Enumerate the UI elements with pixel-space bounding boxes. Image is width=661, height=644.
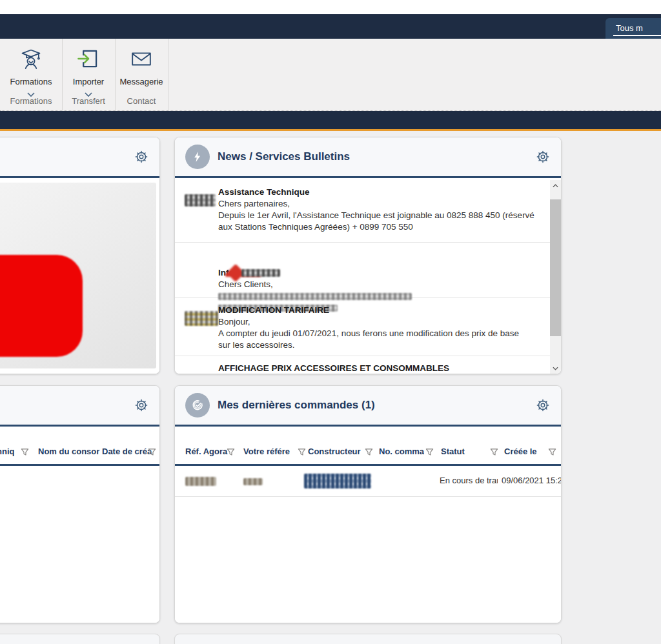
- table-header-row: hniq Nom du consor Date de créa: [0, 443, 159, 462]
- news-thumbnail-redacted: [185, 311, 218, 326]
- sub-navigation-strip: [0, 111, 661, 131]
- column-header-constructeur[interactable]: Constructeur: [308, 447, 361, 456]
- gear-icon[interactable]: [535, 149, 551, 165]
- news-item-line2: Depuis le 1er Avril, l'Assistance Techni…: [218, 210, 541, 233]
- card-left-bottom-header: [0, 386, 159, 427]
- news-item-affichage-prix[interactable]: AFFICHAGE PRIX ACCESSOIRES ET CONSOMMABL…: [175, 356, 550, 374]
- news-list: Assistance Technique Chers partenaires, …: [175, 180, 550, 374]
- news-item-infos[interactable]: Infos Chers Clients,: [175, 243, 550, 298]
- gear-icon[interactable]: [535, 397, 551, 413]
- column-header-ref-agora[interactable]: Réf. Agora: [185, 447, 227, 456]
- messagerie-button-label: Messagerie: [119, 77, 163, 86]
- cell-votre-reference-redacted: [243, 478, 263, 485]
- column-header-technique[interactable]: hniq: [0, 447, 14, 456]
- table-header-separator: [0, 464, 159, 466]
- ribbon-group-label-transfert: Transfert: [62, 96, 115, 106]
- news-item-line1: Chers partenaires,: [218, 198, 541, 210]
- filter-funnel-icon[interactable]: [365, 447, 373, 459]
- card-orders: Mes dernières commandes (1) Réf. Agora V…: [174, 385, 562, 623]
- column-header-creee-le[interactable]: Créée le: [504, 447, 537, 456]
- nav-tab-active-underline: [613, 35, 661, 36]
- card-news-header: News / Services Bulletins: [175, 137, 561, 178]
- scroll-up-arrow[interactable]: [550, 180, 561, 191]
- filter-funnel-icon[interactable]: [148, 447, 156, 459]
- check-badge-icon: [185, 393, 210, 418]
- nav-tab-tous-mes[interactable]: Tous m: [605, 18, 661, 39]
- news-item-title: MODIFICATION TARIFAIRE: [218, 305, 541, 316]
- news-item-title: Infos: [218, 267, 541, 279]
- cell-creee-le: 09/06/2021 15:2: [502, 476, 562, 485]
- formations-button[interactable]: Formations: [0, 46, 62, 93]
- chevron-down-icon: [85, 88, 92, 93]
- column-header-no-commande[interactable]: No. comman: [379, 447, 424, 456]
- card-orders-body: Réf. Agora Votre référe Constructeur No.…: [175, 428, 561, 623]
- graduation-student-icon: [19, 46, 43, 74]
- ribbon-group-contact: Messagerie Contact: [115, 39, 168, 110]
- scroll-down-arrow[interactable]: [550, 363, 561, 374]
- news-item-modification-tarifaire[interactable]: MODIFICATION TARIFAIRE Bonjour, A compte…: [175, 298, 550, 356]
- column-header-statut[interactable]: Statut: [441, 447, 465, 456]
- filter-funnel-icon[interactable]: [548, 447, 556, 459]
- filter-funnel-icon[interactable]: [21, 447, 29, 459]
- card-left-bottom: hniq Nom du consor Date de créa: [0, 385, 160, 623]
- table-header-row: Réf. Agora Votre référe Constructeur No.…: [175, 443, 561, 462]
- filter-funnel-icon[interactable]: [425, 447, 434, 459]
- news-item-line1: Bonjour,: [218, 316, 541, 328]
- filter-funnel-icon[interactable]: [298, 447, 306, 459]
- card-left-top-header: [0, 137, 159, 178]
- ribbon-group-label-formations: Formations: [0, 96, 62, 106]
- product-photo: [0, 183, 156, 368]
- scrollbar-thumb[interactable]: [550, 199, 561, 336]
- column-header-votre-reference[interactable]: Votre référe: [243, 447, 290, 456]
- formations-button-label: Formations: [10, 77, 52, 86]
- cell-statut: En cours de tran:: [440, 476, 498, 485]
- news-thumbnail-redacted: [185, 194, 216, 206]
- card-bottom-left-stub: [0, 634, 160, 644]
- filter-funnel-icon[interactable]: [227, 447, 235, 459]
- import-icon: [76, 46, 101, 74]
- news-item-line2: A compter du jeudi 01/07/2021, nous fero…: [218, 328, 528, 351]
- ribbon-toolbar: Formations Formations Importer Transfert: [0, 39, 661, 111]
- top-white-strip: [0, 0, 661, 14]
- card-orders-title: Mes dernières commandes (1): [218, 399, 375, 412]
- news-item-line1: Chers Clients,: [218, 279, 541, 290]
- column-header-date-de-creation[interactable]: Date de créa: [102, 447, 152, 456]
- card-left-top-body: [0, 180, 159, 374]
- top-navigation-bar: Tous m: [0, 14, 661, 39]
- ribbon-group-label-contact: Contact: [115, 96, 168, 106]
- card-bottom-right-stub: [174, 634, 562, 644]
- chevron-down-icon: [27, 88, 35, 93]
- filter-funnel-icon[interactable]: [490, 447, 498, 459]
- importer-button-label: Importer: [73, 77, 104, 86]
- envelope-icon: [129, 46, 154, 74]
- card-left-bottom-body: hniq Nom du consor Date de créa: [0, 428, 159, 623]
- gear-icon[interactable]: [134, 397, 149, 413]
- messagerie-button[interactable]: Messagerie: [115, 46, 168, 93]
- card-orders-header: Mes dernières commandes (1): [175, 386, 561, 427]
- vertical-scrollbar: [550, 180, 561, 374]
- news-item-title: AFFICHAGE PRIX ACCESSOIRES ET CONSOMMABL…: [218, 363, 541, 374]
- importer-button[interactable]: Importer: [62, 46, 115, 93]
- cell-ref-agora-redacted: [185, 477, 216, 486]
- order-table-row[interactable]: En cours de tran: 09/06/2021 15:2: [175, 466, 561, 497]
- cell-constructeur-logo-redacted: [304, 474, 371, 488]
- news-item-title: Assistance Technique: [218, 186, 541, 198]
- ribbon-group-formations: Formations Formations: [0, 39, 63, 110]
- card-news-title: News / Services Bulletins: [218, 150, 350, 163]
- card-news-body: Assistance Technique Chers partenaires, …: [175, 180, 561, 374]
- redacted-word: [241, 269, 280, 277]
- gear-icon[interactable]: [134, 149, 149, 165]
- card-left-top: [0, 137, 160, 374]
- lightning-icon: [185, 145, 210, 169]
- dashboard-page: { "topbar": { "tab_label": "Tous m" }, "…: [0, 0, 661, 644]
- nav-tab-label: Tous m: [616, 23, 643, 33]
- column-header-nom-du-consortium[interactable]: Nom du consor: [38, 447, 99, 456]
- news-item-assistance-technique[interactable]: Assistance Technique Chers partenaires, …: [175, 180, 550, 243]
- red-logo-shape: [0, 255, 83, 357]
- card-news: News / Services Bulletins Assistance Tec…: [174, 137, 562, 374]
- ribbon-group-transfert: Importer Transfert: [62, 39, 116, 110]
